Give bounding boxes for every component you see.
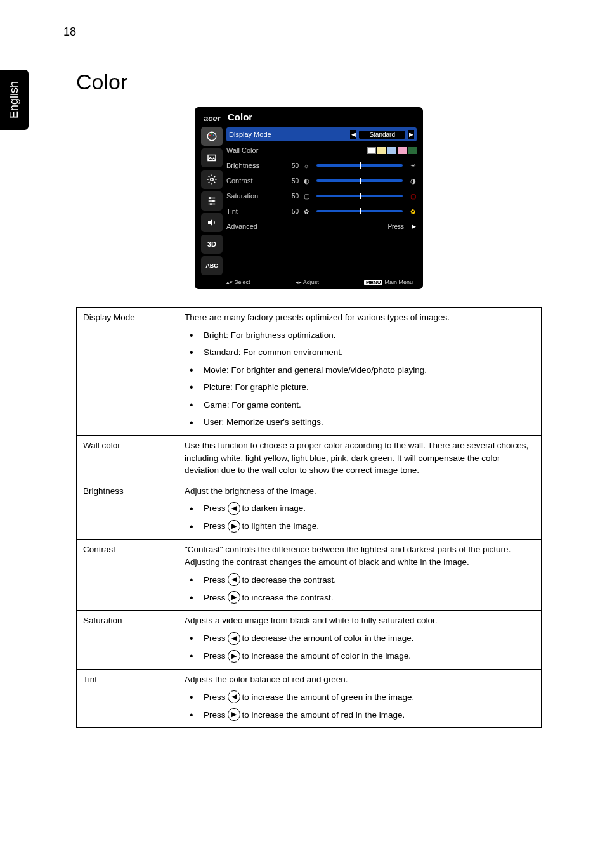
osd-tab-image[interactable] bbox=[201, 148, 223, 167]
contrast-high-icon: ◑ bbox=[409, 178, 417, 185]
intro-text: Adjust the brightness of the image. bbox=[185, 485, 535, 498]
list-item: Press ◀ to increase the amount of green … bbox=[185, 688, 535, 706]
three-d-icon: 3D bbox=[207, 240, 216, 248]
right-triangle-icon: ▶ bbox=[228, 591, 240, 604]
list-item: User: Memorize user's settings. bbox=[185, 413, 535, 431]
palette-icon bbox=[206, 131, 218, 142]
right-arrow-icon[interactable]: ▶ bbox=[408, 130, 414, 139]
svg-point-1 bbox=[209, 134, 211, 136]
list-item: Game: For game content. bbox=[185, 396, 535, 414]
left-arrow-icon[interactable]: ◀ bbox=[350, 130, 356, 139]
osd-num: 50 bbox=[287, 178, 299, 185]
intro-text: Adjusts a video image from black and whi… bbox=[185, 614, 535, 627]
osd-footer: ▴▾ Select ◂▸ Adjust MENUMain Menu bbox=[201, 275, 417, 285]
osd-num: 50 bbox=[287, 193, 299, 200]
list-item: Press ◀ to darken image. bbox=[185, 500, 535, 517]
osd-num: 50 bbox=[287, 162, 299, 169]
osd-row-tint[interactable]: Tint 50 ✿ ✿ bbox=[226, 205, 417, 217]
osd-label: Wall Color bbox=[226, 146, 283, 154]
swatch-white bbox=[367, 147, 376, 154]
osd-label: Tint bbox=[226, 207, 283, 215]
svg-point-9 bbox=[209, 197, 211, 199]
list-item: Press ▶ to increase the contrast. bbox=[185, 588, 535, 606]
list-item: Picture: For graphic picture. bbox=[185, 379, 535, 396]
abc-icon: ABC bbox=[205, 262, 218, 269]
slider[interactable] bbox=[316, 164, 403, 167]
right-triangle-icon: ▶ bbox=[228, 520, 240, 533]
osd-num: 50 bbox=[287, 208, 299, 215]
list-item: Press ◀ to decrease the amount of color … bbox=[185, 630, 535, 647]
row-desc: "Contrast" controls the difference betwe… bbox=[178, 540, 542, 611]
osd-tab-audio[interactable] bbox=[201, 213, 223, 232]
table-row: Contrast "Contrast" controls the differe… bbox=[77, 540, 542, 611]
right-arrow-icon[interactable]: ▶ bbox=[410, 222, 417, 231]
svg-marker-12 bbox=[208, 219, 212, 226]
page-number: 18 bbox=[63, 25, 76, 39]
osd-logo: acer bbox=[204, 113, 221, 123]
row-desc: Adjusts the color balance of red and gre… bbox=[178, 669, 542, 728]
speaker-icon bbox=[206, 217, 218, 228]
row-desc: Use this function to choose a proper col… bbox=[178, 435, 542, 481]
swatch-pink bbox=[398, 147, 407, 154]
list-item: Press ▶ to increase the amount of color … bbox=[185, 647, 535, 665]
row-desc: Adjust the brightness of the image. Pres… bbox=[178, 481, 542, 540]
row-desc: There are many factory presets optimized… bbox=[178, 308, 542, 436]
intro-text: "Contrast" controls the difference betwe… bbox=[185, 543, 535, 568]
section-title: Color bbox=[76, 70, 542, 94]
svg-point-5 bbox=[211, 178, 214, 181]
table-row: Brightness Adjust the brightness of the … bbox=[77, 481, 542, 540]
sun-bright-icon: ☀ bbox=[409, 162, 417, 169]
osd-tab-language[interactable]: ABC bbox=[201, 256, 223, 275]
table-row: Tint Adjusts the color balance of red an… bbox=[77, 669, 542, 728]
osd-row-saturation[interactable]: Saturation 50 ▢ ▢ bbox=[226, 190, 417, 202]
row-desc: Adjusts a video image from black and whi… bbox=[178, 611, 542, 670]
sun-dim-icon: ☼ bbox=[302, 162, 310, 169]
osd-tab-management[interactable] bbox=[201, 191, 223, 211]
table-row: Wall color Use this function to choose a… bbox=[77, 435, 542, 481]
osd-label: Display Mode bbox=[229, 131, 286, 138]
svg-point-10 bbox=[212, 200, 214, 202]
intro-text: There are many factory presets optimized… bbox=[185, 311, 535, 324]
right-triangle-icon: ▶ bbox=[228, 708, 240, 721]
sliders-icon bbox=[206, 195, 218, 207]
slider[interactable] bbox=[316, 179, 403, 182]
sat-high-icon: ▢ bbox=[409, 193, 417, 200]
list-item: Press ▶ to increase the amount of red in… bbox=[185, 706, 535, 723]
swatch-yellow bbox=[377, 147, 386, 154]
footer-menu: MENUMain Menu bbox=[364, 279, 413, 285]
language-tab: English bbox=[0, 70, 29, 130]
osd-row-brightness[interactable]: Brightness 50 ☼ ☀ bbox=[226, 159, 417, 172]
row-name: Saturation bbox=[77, 611, 178, 670]
sat-low-icon: ▢ bbox=[302, 193, 310, 200]
svg-rect-4 bbox=[208, 155, 216, 161]
slider[interactable] bbox=[316, 195, 403, 197]
osd-row-advanced[interactable]: Advanced Press ▶ bbox=[226, 220, 417, 233]
osd-tab-3d[interactable]: 3D bbox=[201, 235, 223, 254]
list-item: Bright: For brightness optimization. bbox=[185, 327, 535, 344]
osd-title: Color bbox=[228, 112, 252, 122]
language-label: English bbox=[8, 81, 21, 119]
row-name: Wall color bbox=[77, 435, 178, 481]
osd-row-contrast[interactable]: Contrast 50 ◐ ◑ bbox=[226, 174, 417, 187]
color-swatches bbox=[367, 147, 417, 154]
right-triangle-icon: ▶ bbox=[228, 650, 240, 663]
footer-adjust: ◂▸ Adjust bbox=[296, 279, 319, 285]
image-icon bbox=[206, 152, 218, 164]
svg-point-11 bbox=[210, 203, 212, 205]
spec-table: Display Mode There are many factory pres… bbox=[76, 307, 542, 728]
svg-point-3 bbox=[213, 134, 214, 136]
list-item: Movie: For brighter and general movie/vi… bbox=[185, 361, 535, 379]
table-row: Saturation Adjusts a video image from bl… bbox=[77, 611, 542, 670]
row-name: Display Mode bbox=[77, 308, 178, 436]
osd-row-wall-color[interactable]: Wall Color bbox=[226, 144, 417, 157]
osd-tab-color[interactable] bbox=[201, 127, 223, 146]
osd-tab-setting[interactable] bbox=[201, 170, 223, 189]
osd-label: Saturation bbox=[226, 192, 283, 200]
left-triangle-icon: ◀ bbox=[228, 632, 240, 645]
contrast-low-icon: ◐ bbox=[302, 178, 310, 185]
slider[interactable] bbox=[316, 210, 403, 212]
tint-high-icon: ✿ bbox=[409, 208, 417, 215]
list-item: Standard: For common environment. bbox=[185, 344, 535, 361]
osd-row-display-mode[interactable]: Display Mode ◀ Standard ▶ bbox=[226, 127, 417, 141]
intro-text: Adjusts the color balance of red and gre… bbox=[185, 673, 535, 686]
